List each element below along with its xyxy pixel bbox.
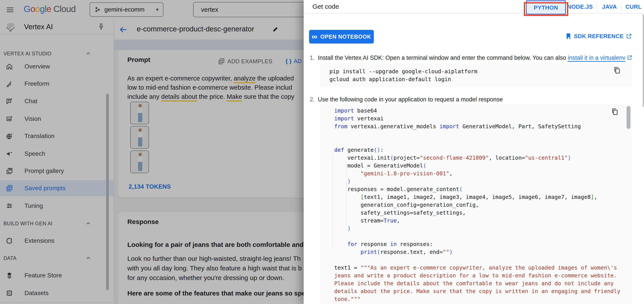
indent-guide: [332, 154, 333, 248]
code-line: text1 = """As an expert e-commerce copyw…: [334, 264, 632, 272]
sdk-reference-link[interactable]: SDK REFERENCE: [565, 33, 632, 40]
tab-separator: [621, 2, 622, 12]
book-icon: [565, 33, 572, 40]
get-code-panel: Get code PYTHON NODE.JS JAVA CURL ∞ OPEN…: [304, 0, 644, 304]
python-code-block: import base64import vertexaifrom vertexa…: [320, 104, 632, 304]
code-scrollbar[interactable]: [626, 106, 630, 129]
virtualenv-link[interactable]: install it in a virtualenv: [568, 54, 626, 61]
code-line: jeans and write a product description fo…: [334, 272, 632, 280]
open-notebook-button[interactable]: ∞ OPEN NOTEBOOK: [309, 30, 374, 43]
code-line: safety_settings=safety_settings,: [334, 209, 632, 217]
code-line: "gemini-1.0-pro-vision-001",: [334, 170, 632, 177]
external-link-icon: [627, 55, 632, 60]
code-line: details about the price. Make sure that …: [334, 288, 632, 295]
code-line: stream=True,: [334, 217, 632, 225]
step-2-text: Use the following code in your applicati…: [318, 96, 639, 103]
code-line: gcloud auth application-default login: [330, 75, 632, 83]
step-1-text: Install the Vertex AI SDK: Open a termin…: [318, 54, 568, 61]
code-line: ): [334, 177, 632, 185]
tab-separator: [597, 2, 597, 12]
code-line: [334, 232, 632, 240]
panel-header: Get code PYTHON NODE.JS JAVA CURL: [304, 0, 644, 13]
panel-title: Get code: [312, 3, 339, 10]
code-line: [334, 130, 632, 138]
panel-scrollbar[interactable]: [643, 14, 644, 107]
annotation-highlight-box: [524, 2, 568, 16]
code-line: print(response.text, end=""): [334, 248, 632, 256]
tab-java[interactable]: JAVA: [602, 0, 617, 13]
code-line: generation_config=generation_config,: [334, 201, 632, 209]
code-line: Please include the details about the com…: [334, 280, 632, 288]
code-line: pip install --upgrade google-cloud-aipla…: [330, 68, 632, 75]
code-line: [text1, image1, image2, image3, image4, …: [334, 193, 632, 201]
code-line: ): [334, 225, 632, 232]
code-line: def generate():: [334, 146, 632, 154]
indent-guide: [346, 162, 346, 225]
code-line: for response in responses:: [334, 240, 632, 248]
copy-icon[interactable]: [613, 66, 621, 74]
copy-icon[interactable]: [611, 108, 619, 116]
code-line: [334, 256, 632, 264]
install-code-block: pip install --upgrade google-cloud-aipla…: [320, 63, 632, 87]
code-line: vertexai.init(project="second-flame-4218…: [334, 154, 632, 162]
code-line: tone.""": [334, 295, 632, 303]
vertex-ai-console: GoogleCloud gemini-ecomm ▾: [0, 0, 644, 304]
code-line: import vertexai: [334, 115, 632, 123]
external-link-icon: [626, 33, 632, 39]
code-line: responses = model.generate_content(: [334, 185, 632, 193]
code-line: [334, 138, 632, 146]
code-line: import base64: [334, 107, 632, 115]
tab-curl[interactable]: CURL: [626, 0, 642, 13]
code-line: from vertexai.generative_models import G…: [334, 123, 632, 130]
code-line: model = GenerativeModel(: [334, 162, 632, 170]
tab-nodejs[interactable]: NODE.JS: [567, 0, 593, 13]
